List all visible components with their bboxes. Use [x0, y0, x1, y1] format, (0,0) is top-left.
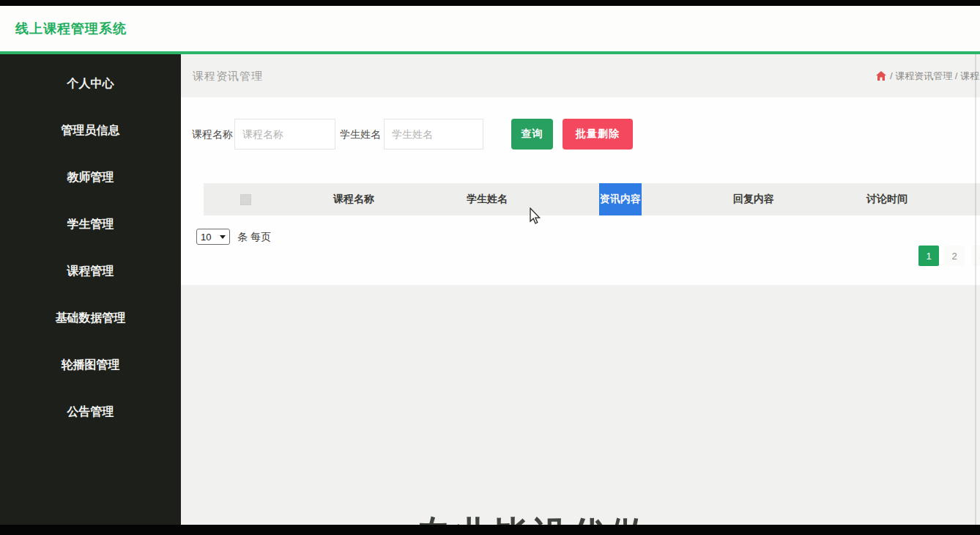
letterbox-bottom: [0, 525, 980, 535]
student-name-input[interactable]: [384, 119, 483, 150]
page-title-bar: 课程资讯管理 / 课程资讯管理 / 课程资讯管理: [181, 54, 980, 97]
page-button-1[interactable]: 1: [918, 246, 939, 266]
screen: 线上课程管理系统 个人中心 管理员信息 教师管理 学生管理 课程管理 基础数据管…: [0, 0, 980, 535]
sidebar-item-admin-info[interactable]: 管理员信息: [0, 107, 181, 154]
selected-column-text: 资讯内容: [599, 183, 642, 215]
sidebar-item-course-mgmt[interactable]: 课程管理: [0, 248, 181, 295]
home-icon[interactable]: [876, 71, 886, 81]
sidebar-item-announcement-mgmt[interactable]: 公告管理: [0, 388, 181, 435]
sidebar-item-carousel-mgmt[interactable]: 轮播图管理: [0, 342, 181, 388]
batch-delete-button[interactable]: 批量删除: [563, 119, 633, 150]
column-header-info-content: 资讯内容: [554, 183, 687, 215]
select-all-checkbox[interactable]: [240, 194, 251, 205]
table-header-checkbox-cell: [204, 183, 287, 215]
scroll-edge-line: [975, 54, 976, 525]
course-name-input[interactable]: [234, 119, 335, 150]
table-header-row: 课程名称 学生姓名 资讯内容 回复内容 讨论时间: [204, 183, 980, 215]
page-size-select[interactable]: 10: [196, 229, 230, 245]
letterbox-top: [0, 0, 980, 6]
breadcrumb[interactable]: / 课程资讯管理 / 课程资讯管理: [876, 54, 980, 97]
chevron-down-icon: [220, 235, 226, 239]
column-header-discussion-time: 讨论时间: [820, 183, 954, 215]
app-header: 线上课程管理系统: [0, 6, 980, 51]
sidebar: 个人中心 管理员信息 教师管理 学生管理 课程管理 基础数据管理 轮播图管理 公…: [0, 54, 181, 525]
mouse-cursor: [527, 207, 543, 228]
per-page-label: 条 每页: [237, 229, 271, 245]
content-panel: 课程名称 学生姓名 查询 批量删除 课程名称 学生姓名 资讯内容 回复内容 讨论…: [181, 97, 980, 285]
page-button-2[interactable]: 2: [944, 246, 965, 266]
breadcrumb-path: / 课程资讯管理 / 课程资讯管理: [890, 70, 980, 83]
sidebar-item-teacher-mgmt[interactable]: 教师管理: [0, 154, 181, 201]
column-header-reply-content: 回复内容: [687, 183, 820, 215]
page-title: 课程资讯管理: [193, 54, 263, 97]
student-name-label: 学生姓名: [340, 119, 381, 150]
page-size-value: 10: [201, 232, 211, 243]
sidebar-item-base-data-mgmt[interactable]: 基础数据管理: [0, 295, 181, 342]
header-divider: [0, 51, 980, 54]
app-title: 线上课程管理系统: [15, 6, 127, 51]
sidebar-item-student-mgmt[interactable]: 学生管理: [0, 201, 181, 248]
query-button[interactable]: 查询: [511, 119, 553, 150]
column-header-course-name: 课程名称: [287, 183, 420, 215]
course-name-label: 课程名称: [192, 119, 233, 150]
sidebar-item-personal-center[interactable]: 个人中心: [0, 60, 181, 107]
